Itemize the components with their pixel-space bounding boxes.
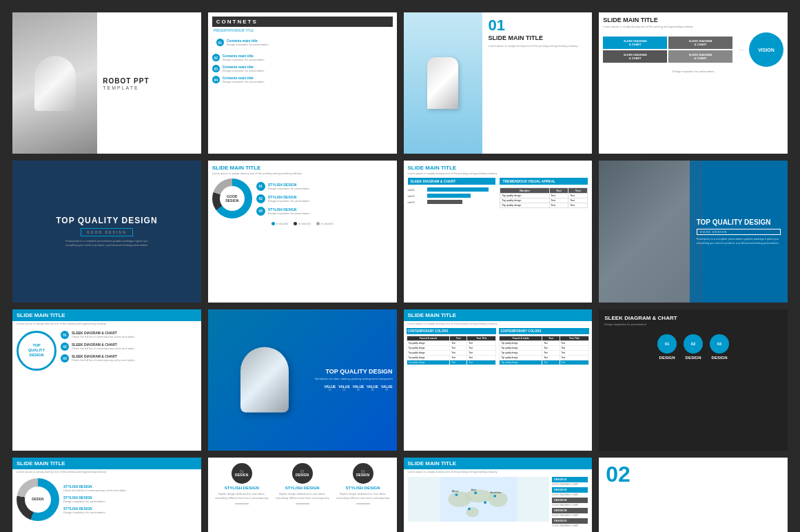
slide-16[interactable]: 02 SLIDE MAIN TITLE	[599, 458, 788, 532]
slide12-item3: 03 DESIGN	[710, 334, 729, 360]
svg-point-8	[468, 508, 471, 511]
slide15-sidebar: DESIGN 01 SLEEK DIAGRAM & CHART DESIGN 0…	[552, 477, 588, 527]
slide12-title: SLEEK DIAGRAM & CHART	[604, 315, 782, 321]
svg-point-7	[493, 495, 496, 498]
slide4-box1: SLEEK DIAGRAM& CHART	[603, 37, 667, 49]
slide3-robot	[404, 12, 483, 154]
slide-5[interactable]: TOP QUALITY DESIGN GOOD DESIGN Powerpoin…	[12, 161, 201, 302]
slide5-title: TOP QUALITY DESIGN	[56, 216, 157, 225]
slide5-subtitle: GOOD DESIGN	[81, 228, 133, 236]
slide13-content: DESIGN STYLISH DESIGN Check the full lis…	[12, 475, 201, 524]
slide-8[interactable]: TOP QUALITY DESIGN GOOD DESIGN Powerpoin…	[599, 161, 788, 302]
slide13-pie-inner: DESIGN	[25, 487, 51, 513]
item1-num: 01	[216, 39, 224, 46]
slide4-sub: Design inspiration for presentation	[603, 70, 783, 73]
slide7-left-title: SLEEK DIAGRAM & CHART	[408, 178, 496, 185]
slide11-left: CONTEMPORARY COLORS Found 4 matchTextTex…	[407, 328, 497, 365]
slide13-desc: Lorem ipsum is simply dummy text of the …	[12, 469, 201, 475]
slide2-sub: PRESENTATION/SUB TITLE	[212, 29, 393, 32]
slide-15[interactable]: SLIDE MAIN TITLE Lorem ipsum is simply d…	[404, 458, 593, 532]
slide7-right: TREMENDOUS VISUAL APPEAL NumberTextText …	[500, 178, 588, 208]
slide2-item-3: 03 Contents main titleDesign inspiration…	[212, 65, 393, 72]
item2-text: Contents main titleDesign inspiration fo…	[223, 54, 265, 61]
svg-point-4	[466, 507, 479, 518]
svg-point-5	[455, 493, 458, 496]
item3-num: 03	[212, 65, 220, 72]
svg-point-6	[474, 491, 477, 494]
slide10-nums: VALUE01 VALUE02 VALUE03 VALUE04 VALUE05	[298, 385, 393, 391]
slide-13[interactable]: SLIDE MAIN TITLE Lorem ipsum is simply d…	[12, 458, 201, 532]
slide12-item1: 01 DESIGN	[657, 334, 677, 360]
slide7-bar2: attr02	[408, 194, 496, 198]
slide4-desc: Lorem ipsum is simply dummy text of the …	[603, 25, 783, 28]
slide13-header: SLIDE MAIN TITLE	[12, 458, 201, 469]
slide7-content: SLEEK DIAGRAM & CHART attr01 attr02 attr…	[408, 178, 588, 208]
slide4-title: SLIDE MAIN TITLE	[603, 17, 783, 23]
slide6-item1: 01 STYLISH DESIGNDesign inspiration for …	[256, 182, 393, 191]
slide3-title: SLIDE MAIN TITLE	[488, 34, 586, 41]
slide1-subtitle: TEMPLATE	[103, 85, 196, 90]
slide11-desc: Lorem ipsum is simply dummy text of the …	[404, 321, 593, 327]
slide-10[interactable]: TOP QUALITY DESIGN Introduction to robot…	[208, 309, 397, 451]
slide6-donut-inner: GOOD DESIGN	[220, 186, 245, 211]
slide-1[interactable]: ROBOT PPT TEMPLATE	[12, 12, 201, 154]
slide9-circle-title: TOPQUALITYDESIGN	[28, 343, 45, 358]
slide11-right-title: CONTEMPORARY COLORS	[499, 328, 589, 334]
slide8-photo	[599, 161, 703, 302]
slide-6[interactable]: SLIDE MAIN TITLE Lorem ipsum is simply d…	[208, 161, 397, 302]
item4-text: Contents main titleDesign inspiration fo…	[223, 76, 265, 83]
item4-num: 04	[212, 76, 220, 83]
slide8-desc: Powerpoint is a complete presentation gr…	[697, 237, 781, 245]
slide9-circle: TOPQUALITYDESIGN	[17, 331, 57, 371]
slide2-item-2: 02 Contents main titleDesign inspiration…	[212, 54, 393, 61]
slide15-content: Africa Asia Americas DESIGN 01 SLEEK DIA…	[404, 475, 593, 529]
slide6-item3: 03 STYLISH DESIGNDesign inspiration for …	[256, 207, 393, 216]
slide-3[interactable]: 01 SLIDE MAIN TITLE Lorem ipsum is simpl…	[404, 12, 593, 154]
slide9-content: TOPQUALITYDESIGN 01 SLEEK DIAGRAM & CHAR…	[12, 328, 201, 374]
slide1-title: ROBOT PPT	[103, 76, 196, 85]
slide10-content: TOP QUALITY DESIGN Introduction to robot…	[298, 315, 393, 445]
slide-11[interactable]: SLIDE MAIN TITLE Lorem ipsum is simply d…	[404, 309, 593, 451]
slide14-item1: 01 DESIGN STYLISH DESIGN Stylish design …	[214, 463, 270, 508]
slide-7[interactable]: SLIDE MAIN TITLE Lorem ipsum is simply d…	[404, 161, 593, 302]
slide2-header: CONTNETS	[212, 17, 393, 27]
slide9-item1: 01 SLEEK DIAGRAM & CHARTCheck the full l…	[61, 331, 197, 339]
slide8-overlay: TOP QUALITY DESIGN GOOD DESIGN Powerpoin…	[690, 161, 788, 302]
slide14-item3: 03 DESIGN STYLISH DESIGN Stylish design …	[335, 463, 391, 508]
slide6-legend: ● value01 ● value02 ● value03	[212, 222, 393, 225]
slides-grid: ROBOT PPT TEMPLATE CONTNETS PRESENTATION…	[12, 12, 788, 532]
slide6-item2: 02 STYLISH DESIGNDesign inspiration for …	[256, 194, 393, 203]
svg-point-9	[484, 501, 486, 504]
slide15-map: Africa Asia Americas	[408, 477, 550, 522]
slide7-desc: Lorem ipsum is simply dummy text of the …	[408, 172, 588, 175]
slide6-donut: GOOD DESIGN	[212, 178, 252, 218]
slide5-desc: Powerpoint is a complete presentation gr…	[62, 239, 152, 247]
slide13-item2: STYLISH DESIGN Design inspiration for pr…	[63, 495, 197, 503]
slide6-items: 01 STYLISH DESIGNDesign inspiration for …	[256, 182, 393, 216]
slide4-boxes: SLEEK DIAGRAM& CHART SLEEK DIAGRAM& CHAR…	[603, 37, 732, 63]
slide10-robot-hand	[240, 347, 289, 413]
slide-14[interactable]: 01 DESIGN STYLISH DESIGN Stylish design …	[208, 458, 397, 532]
slide-4[interactable]: SLIDE MAIN TITLE Lorem ipsum is simply d…	[599, 12, 788, 154]
bar1-fill	[427, 187, 489, 192]
slide13-item1: STYLISH DESIGN Check the full list of co…	[63, 484, 197, 492]
slide14-items: 01 DESIGN STYLISH DESIGN Stylish design …	[214, 463, 391, 508]
slide10-title: TOP QUALITY DESIGN	[298, 368, 393, 375]
slide13-items: STYLISH DESIGN Check the full list of co…	[63, 484, 197, 514]
slide-2[interactable]: CONTNETS PRESENTATION/SUB TITLE 01 Conte…	[208, 12, 397, 154]
slide-9[interactable]: SLIDE MAIN TITLE Lorem ipsum is simply d…	[12, 309, 201, 451]
slide6-content: GOOD DESIGN 01 STYLISH DESIGNDesign insp…	[212, 178, 393, 218]
slide11-header: SLIDE MAIN TITLE	[404, 309, 593, 321]
slide9-items: 01 SLEEK DIAGRAM & CHARTCheck the full l…	[61, 331, 197, 371]
slide11-right: CONTEMPORARY COLORS Found 4 totalsTextTe…	[499, 328, 589, 365]
slide6-donut-ring: GOOD DESIGN	[212, 178, 252, 218]
slide4-box4: SLEEK DIAGRAM& CHART	[668, 50, 732, 63]
svg-text:Asia: Asia	[471, 488, 476, 491]
slide-12[interactable]: SLEEK DIAGRAM & CHART Design inspiration…	[599, 309, 788, 451]
slide13-item3: STYLISH DESIGN Design inspiration for pr…	[63, 507, 197, 514]
slide9-item2: 02 SLEEK DIAGRAM & CHARTCheck the full l…	[61, 342, 197, 351]
slide4-box2: SLEEK DIAGRAM& CHART	[668, 37, 732, 49]
slide10-desc: Introduction to robot, training, pushing…	[298, 377, 393, 380]
slide7-table: NumberTextText Top quality designTextTex…	[500, 187, 588, 208]
bar2-fill	[427, 194, 471, 198]
